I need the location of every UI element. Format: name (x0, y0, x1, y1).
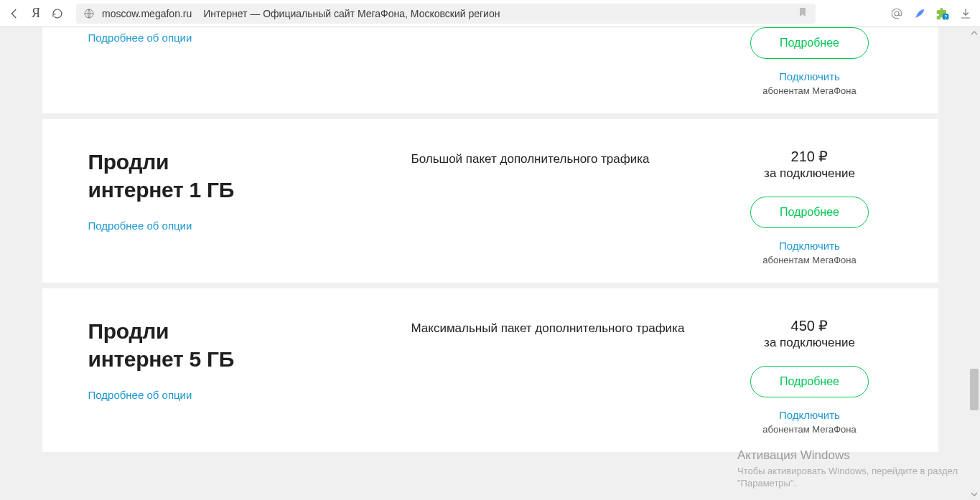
scroll-down-arrow-icon[interactable] (969, 489, 980, 500)
connect-link[interactable]: Подключить (727, 240, 892, 252)
windows-activation-watermark: Активация Windows Чтобы активировать Win… (737, 448, 967, 490)
details-button[interactable]: Подробнее (750, 366, 869, 397)
more-about-option-link[interactable]: Подробнее об опции (88, 389, 192, 401)
connect-link[interactable]: Подключить (727, 70, 892, 82)
svg-point-1 (895, 11, 899, 16)
connect-link[interactable]: Подключить (727, 409, 892, 421)
browser-toolbar: Я moscow.megafon.ru Интернет — Официальн… (0, 0, 980, 27)
download-icon[interactable] (958, 6, 973, 21)
reload-button[interactable] (50, 6, 65, 21)
details-button[interactable]: Подробнее (750, 27, 869, 59)
at-extension-icon[interactable] (890, 6, 904, 21)
page-viewport: Подробнее об опции Подробнее Подключить … (0, 27, 980, 500)
subscriber-note: абонентам МегаФона (727, 85, 892, 96)
scroll-up-arrow-icon[interactable] (969, 27, 980, 39)
feather-extension-icon[interactable] (913, 6, 927, 21)
scrollbar-track[interactable] (970, 39, 979, 489)
tariff-card-5gb: Продли интернет 5 ГБ Подробнее об опции … (42, 288, 938, 452)
puzzle-extension-icon[interactable]: ? (935, 6, 950, 21)
address-url: moscow.megafon.ru (102, 8, 192, 19)
tariff-description: Большой пакет дополнительного трафика (411, 151, 706, 169)
tariff-title: Продли интернет 1 ГБ (88, 148, 390, 204)
globe-icon (83, 8, 95, 19)
tariff-title: Продли интернет 5 ГБ (88, 317, 390, 373)
tariff-card-1gb: Продли интернет 1 ГБ Подробнее об опции … (42, 119, 938, 283)
address-title: Интернет — Официальный сайт МегаФона, Мо… (203, 8, 500, 19)
scrollbar-thumb[interactable] (970, 369, 979, 410)
tariff-price: 450 ₽ (727, 317, 892, 334)
back-button[interactable] (7, 6, 22, 21)
tariff-card-partial: Подробнее об опции Подробнее Подключить … (42, 27, 938, 113)
more-about-option-link[interactable]: Подробнее об опции (88, 32, 192, 44)
price-subtitle: за подключение (727, 166, 892, 181)
tariff-price: 210 ₽ (727, 148, 892, 165)
yandex-logo-icon[interactable]: Я (29, 6, 43, 21)
more-about-option-link[interactable]: Подробнее об опции (88, 220, 192, 232)
bookmark-icon[interactable] (797, 6, 808, 21)
price-subtitle: за подключение (727, 336, 892, 350)
subscriber-note: абонентам МегаФона (727, 424, 892, 435)
subscriber-note: абонентам МегаФона (727, 255, 892, 265)
svg-text:?: ? (944, 14, 947, 19)
address-bar[interactable]: moscow.megafon.ru Интернет — Официальный… (76, 4, 816, 24)
tariff-description: Максимальный пакет дополнительного трафи… (411, 320, 706, 338)
vertical-scrollbar[interactable] (969, 27, 980, 500)
details-button[interactable]: Подробнее (750, 197, 869, 228)
